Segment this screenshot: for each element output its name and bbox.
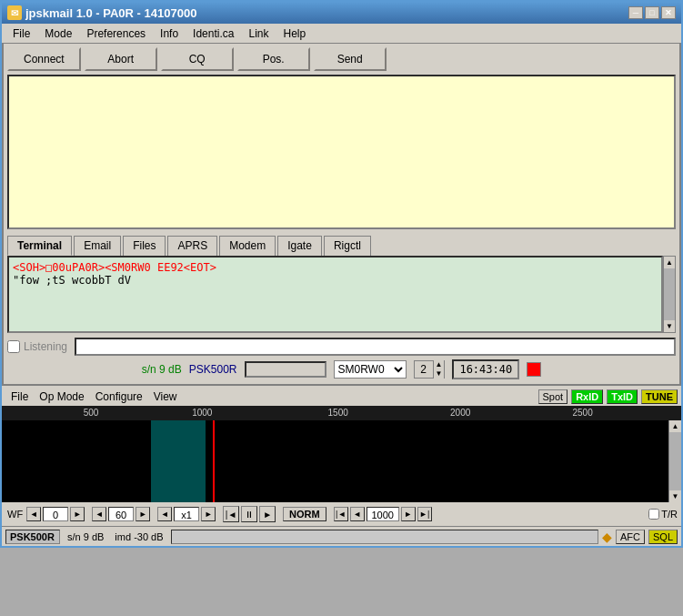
scroll-track[interactable] [664, 268, 675, 320]
wf-scrollbar[interactable]: ▲ ▼ [668, 420, 681, 502]
bs-freq-bar [171, 530, 598, 544]
fldigi-menu-left: File Op Mode Configure View [5, 389, 183, 405]
tab-igate[interactable]: Igate [277, 236, 322, 256]
terminal-area[interactable]: <SOH>□00uPA0R><SM0RW0 EE92<EOT> "fow ;tS… [7, 256, 663, 333]
tab-files[interactable]: Files [123, 236, 166, 256]
listening-input[interactable] [75, 338, 676, 356]
terminal-scrollbar[interactable]: ▲ ▼ [663, 256, 676, 333]
tab-terminal[interactable]: Terminal [7, 236, 72, 256]
minimize-button[interactable]: ─ [628, 6, 643, 19]
play-next-btn[interactable]: ► [259, 506, 276, 522]
wf-tick-2500: 2500 [572, 408, 592, 418]
pos-next-btn[interactable]: ► [401, 507, 416, 521]
menubar: File Mode Preferences Info Identi.ca Lin… [2, 24, 681, 44]
titlebar-controls: ─ □ ✕ [628, 6, 676, 19]
squelch-value: 2 [415, 363, 433, 376]
pos-left-btn[interactable]: |◄ [334, 507, 348, 521]
wf-tick-1500: 1500 [328, 408, 348, 418]
callsign-select[interactable]: SM0RW0 [334, 360, 407, 379]
terminal-red-text: <SOH>□00uPA0R><SM0RW0 EE92<EOT> [13, 261, 216, 274]
tr-checkbox[interactable] [648, 509, 659, 520]
fldigi-menu-opmode[interactable]: Op Mode [34, 389, 89, 405]
app-icon: ✉ [7, 5, 22, 20]
wf-scroll-track[interactable] [669, 432, 681, 490]
zoom-left-btn[interactable]: ◄ [157, 507, 172, 521]
status-bar: Listening [7, 335, 676, 358]
menu-file[interactable]: File [5, 25, 37, 42]
squelch-up[interactable]: ▲ [434, 360, 445, 369]
rxid-button[interactable]: RxID [571, 389, 603, 404]
toolbar: Connect Abort CQ Pos. Send [7, 47, 676, 71]
tab-modem[interactable]: Modem [219, 236, 276, 256]
tune-button[interactable]: TUNE [641, 389, 678, 404]
main-window: Connect Abort CQ Pos. Send Terminal Emai… [2, 44, 681, 386]
red-indicator [527, 362, 541, 377]
waterfall-canvas[interactable]: ▲ ▼ [2, 420, 681, 502]
play-prev-btn[interactable]: |◄ [223, 506, 239, 522]
signal-bar: s/n 9 dB PSK500R SM0RW0 2 ▲ ▼ 16:43:40 [7, 358, 676, 380]
sql-button[interactable]: SQL [648, 530, 678, 544]
scroll-up-arrow[interactable]: ▲ [664, 257, 675, 268]
terminal-line2: "fow ;tS wcobbT dV [13, 274, 658, 287]
wf-left-btn[interactable]: ◄ [26, 507, 41, 521]
tab-aprs[interactable]: APRS [167, 236, 217, 256]
afc-button[interactable]: AFC [616, 530, 645, 544]
pos-prev-btn[interactable]: ◄ [350, 507, 365, 521]
menu-link[interactable]: Link [241, 25, 276, 42]
connect-button[interactable]: Connect [7, 47, 81, 71]
compose-textarea[interactable] [7, 75, 676, 229]
zoom-right-btn[interactable]: ► [201, 507, 216, 521]
tab-email[interactable]: Email [74, 236, 121, 256]
squelch-arrows[interactable]: ▲ ▼ [433, 360, 445, 379]
wf-scroll-up[interactable]: ▲ [670, 420, 681, 432]
pos-right-btn[interactable]: ►| [417, 507, 432, 521]
wf-scroll-down[interactable]: ▼ [670, 490, 681, 502]
fldigi-menubar: File Op Mode Configure View Spot RxID Tx… [2, 388, 681, 406]
wf-selection-bar [151, 420, 206, 502]
squelch-spinner[interactable]: 2 ▲ ▼ [414, 360, 446, 379]
speed-value: 60 [108, 507, 134, 521]
listening-checkbox[interactable] [7, 340, 20, 353]
fldigi-menu-configure[interactable]: Configure [90, 389, 148, 405]
bs-diamond-icon: ◆ [602, 530, 612, 544]
fldigi-menu-view[interactable]: View [148, 389, 183, 405]
abort-button[interactable]: Abort [85, 47, 157, 71]
speed-right-btn[interactable]: ► [136, 507, 150, 521]
cq-button[interactable]: CQ [161, 47, 234, 71]
wf-value: 0 [43, 507, 68, 521]
menu-mode[interactable]: Mode [37, 25, 79, 42]
fldigi-menu-file[interactable]: File [5, 389, 34, 405]
menu-identi[interactable]: Identi.ca [186, 25, 241, 42]
menu-preferences[interactable]: Preferences [79, 25, 153, 42]
wf-controls: WF ◄ 0 ► ◄ 60 ► ◄ x1 ► |◄ ⏸ ► NORM |◄ ◄ … [2, 502, 681, 526]
menu-help[interactable]: Help [276, 25, 313, 42]
wf-tick-500: 500 [84, 408, 99, 418]
close-button[interactable]: ✕ [661, 6, 676, 19]
pos-button[interactable]: Pos. [237, 47, 310, 71]
bs-sn: s/n 9 dB [64, 531, 107, 542]
signal-info: s/n 9 dB [142, 363, 182, 376]
txid-button[interactable]: TxID [607, 389, 638, 404]
pos-value: 1000 [367, 507, 399, 521]
tab-bar: Terminal Email Files APRS Modem Igate Ri… [7, 236, 676, 256]
tab-rigctl[interactable]: Rigctl [324, 236, 371, 256]
menu-info[interactable]: Info [153, 25, 186, 42]
scroll-down-arrow[interactable]: ▼ [664, 320, 675, 332]
signal-meter [245, 361, 326, 378]
zoom-value: x1 [174, 507, 199, 521]
terminal-wrapper: <SOH>□00uPA0R><SM0RW0 EE92<EOT> "fow ;tS… [7, 256, 676, 333]
signal-mode: PSK500R [189, 363, 237, 376]
fldigi-menu-right: Spot RxID TxID TUNE [538, 389, 678, 404]
wf-right-btn[interactable]: ► [70, 507, 85, 521]
terminal-normal-text: "fow ;tS wcobbT dV [13, 274, 131, 287]
squelch-down[interactable]: ▼ [434, 369, 445, 379]
send-button[interactable]: Send [314, 47, 387, 71]
norm-button[interactable]: NORM [283, 507, 326, 521]
maximize-button[interactable]: □ [645, 6, 659, 19]
waterfall-scale: 500 1000 1500 2000 2500 [2, 406, 681, 420]
play-pause-btn[interactable]: ⏸ [241, 506, 257, 522]
speed-left-btn[interactable]: ◄ [92, 507, 106, 521]
wf-tick-1000: 1000 [192, 408, 212, 418]
fldigi-area: File Op Mode Configure View Spot RxID Tx… [2, 388, 681, 546]
spot-button[interactable]: Spot [538, 389, 568, 404]
